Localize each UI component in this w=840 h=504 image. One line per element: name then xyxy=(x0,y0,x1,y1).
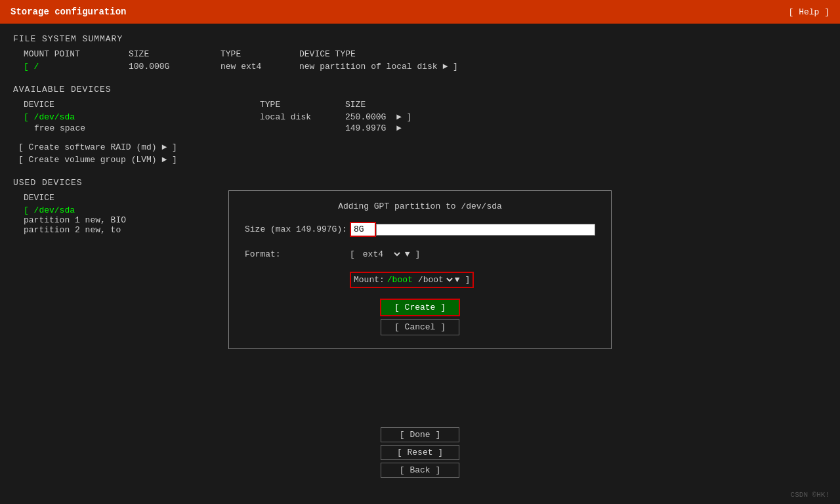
app-title: Storage configuration xyxy=(10,7,126,17)
available-devices-header: AVAILABLE DEVICES xyxy=(13,85,827,94)
dialog-mount-row: Mount: /boot /boot / /home /var /tmp ▼ ] xyxy=(245,272,595,288)
format-bracket-open: [ xyxy=(350,249,355,259)
dialog-title: Adding GPT partition to /dev/sda xyxy=(245,201,595,211)
avail-device-row[interactable]: [ /dev/sda local disk 250.000G ► ] xyxy=(18,112,827,122)
create-lvm-link[interactable]: [ Create volume group (LVM) ► ] xyxy=(18,155,827,165)
add-partition-dialog: Adding GPT partition to /dev/sda Size (m… xyxy=(228,190,612,349)
mount-bracket-close: ▼ ] xyxy=(455,275,470,285)
fs-col-size-header: SIZE xyxy=(129,49,194,59)
avail-device-type: local disk xyxy=(260,112,345,122)
dialog-format-row: Format: [ ext4 ext3 xfs btrfs swap ▼ ] xyxy=(245,247,595,261)
size-input-bar xyxy=(376,224,595,236)
format-dropdown[interactable]: ext4 ext3 xfs btrfs swap xyxy=(358,247,402,261)
action-links: [ Create software RAID (md) ► ] [ Create… xyxy=(13,142,827,165)
create-raid-link[interactable]: [ Create software RAID (md) ► ] xyxy=(18,142,827,152)
available-devices-section: AVAILABLE DEVICES DEVICE TYPE SIZE [ /de… xyxy=(13,85,827,165)
help-button[interactable]: [ Help ] xyxy=(789,7,830,17)
reset-button[interactable]: [ Reset ] xyxy=(381,445,459,460)
avail-table-headers: DEVICE TYPE SIZE xyxy=(18,100,827,110)
size-input[interactable] xyxy=(350,222,376,237)
fs-col-device-type-header: DEVICE TYPE xyxy=(299,49,496,59)
size-input-container xyxy=(350,222,595,237)
create-button[interactable]: [ Create ] xyxy=(380,299,460,316)
done-button[interactable]: [ Done ] xyxy=(381,427,459,442)
used-col-device-header: DEVICE xyxy=(24,193,54,203)
format-container: [ ext4 ext3 xfs btrfs swap ▼ ] xyxy=(350,247,420,261)
avail-col-size-header: SIZE xyxy=(345,100,424,110)
free-space-size: 149.997G ► xyxy=(345,123,424,133)
mount-value: /boot xyxy=(387,275,413,285)
fs-row-type: new ext4 xyxy=(220,62,273,72)
free-space-row[interactable]: free space 149.997G ► xyxy=(18,123,827,133)
back-button[interactable]: [ Back ] xyxy=(381,463,459,478)
file-system-summary-header: FILE SYSTEM SUMMARY xyxy=(13,34,827,44)
fs-col-mount-header: MOUNT POINT xyxy=(24,49,102,59)
free-space-label: free space xyxy=(24,123,260,133)
dialog-size-row: Size (max 149.997G): xyxy=(245,222,595,237)
watermark: CSDN ©HK! xyxy=(791,491,830,499)
bottom-buttons: [ Done ] [ Reset ] [ Back ] xyxy=(381,427,459,478)
cancel-button[interactable]: [ Cancel ] xyxy=(381,319,459,335)
size-label: Size (max 149.997G): xyxy=(245,224,350,234)
fs-row-device-type: new partition of local disk ► ] xyxy=(299,62,496,72)
fs-table-headers: MOUNT POINT SIZE TYPE DEVICE TYPE xyxy=(18,49,827,59)
file-system-summary-section: FILE SYSTEM SUMMARY MOUNT POINT SIZE TYP… xyxy=(13,34,827,72)
fs-col-type-header: TYPE xyxy=(220,49,273,59)
mount-dropdown[interactable]: /boot / /home /var /tmp xyxy=(415,274,455,285)
used-devices-header: USED DEVICES xyxy=(13,178,827,188)
title-bar: Storage configuration [ Help ] xyxy=(0,0,840,24)
format-label: Format: xyxy=(245,249,350,259)
avail-col-device-header: DEVICE xyxy=(24,100,260,110)
fs-row-size: 100.000G xyxy=(129,62,194,72)
avail-device-size: 250.000G ► ] xyxy=(345,112,424,122)
fs-table-row[interactable]: [ / 100.000G new ext4 new partition of l… xyxy=(18,62,827,72)
fs-row-mount: [ / xyxy=(24,62,102,72)
mount-label-inner: Mount: xyxy=(354,275,385,285)
avail-device-name: [ /dev/sda xyxy=(24,112,260,122)
avail-col-type-header: TYPE xyxy=(260,100,345,110)
dialog-buttons: [ Create ] [ Cancel ] xyxy=(245,299,595,335)
format-bracket-close: ▼ ] xyxy=(405,249,420,259)
mount-input-container[interactable]: Mount: /boot /boot / /home /var /tmp ▼ ] xyxy=(350,272,474,288)
